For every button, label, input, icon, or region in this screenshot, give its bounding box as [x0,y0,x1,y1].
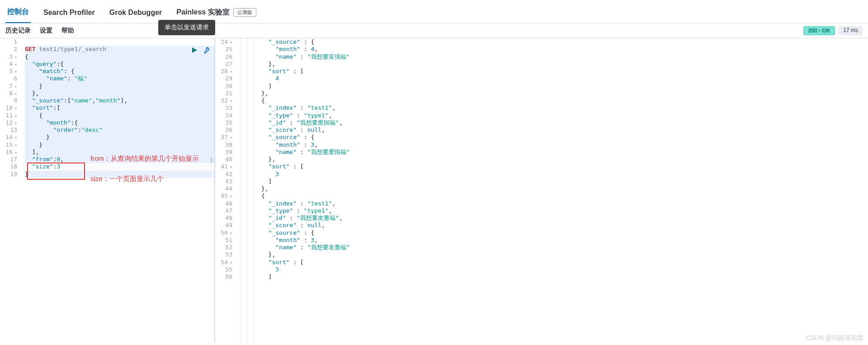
link-help[interactable]: 帮助 [61,27,74,35]
sub-bar: 历史记录 设置 帮助 单击以发送请求 200 - OK 17 ms [0,23,868,38]
timing-badge: 17 ms [839,26,863,35]
link-history[interactable]: 历史记录 [5,27,31,35]
request-editor[interactable]: 123▾4▾5▾67▾8▾910▾11▾12▾1314▾15▾16▾171819… [0,38,215,343]
beta-badge: 公测版 [233,8,256,17]
top-tabs: 控制台 Search Profiler Grok Debugger Painle… [0,0,868,23]
tab-grok-debugger[interactable]: Grok Debugger [108,5,164,22]
play-icon[interactable] [191,47,198,54]
response-viewer[interactable]: 24▾25262728▾29303132▾3334353637▾38394041… [215,38,868,343]
link-settings[interactable]: 设置 [40,27,52,35]
status-badge: 200 - OK [803,26,835,35]
tab-console[interactable]: 控制台 [5,4,31,23]
tab-search-profiler[interactable]: Search Profiler [42,5,97,22]
tab-painless-lab-label: Painless 实验室 [176,8,229,17]
wrench-icon[interactable] [203,47,210,54]
send-request-tooltip: 单击以发送请求 [158,20,215,35]
watermark: CSDN @玛丽莲茼蒿 [806,334,863,342]
